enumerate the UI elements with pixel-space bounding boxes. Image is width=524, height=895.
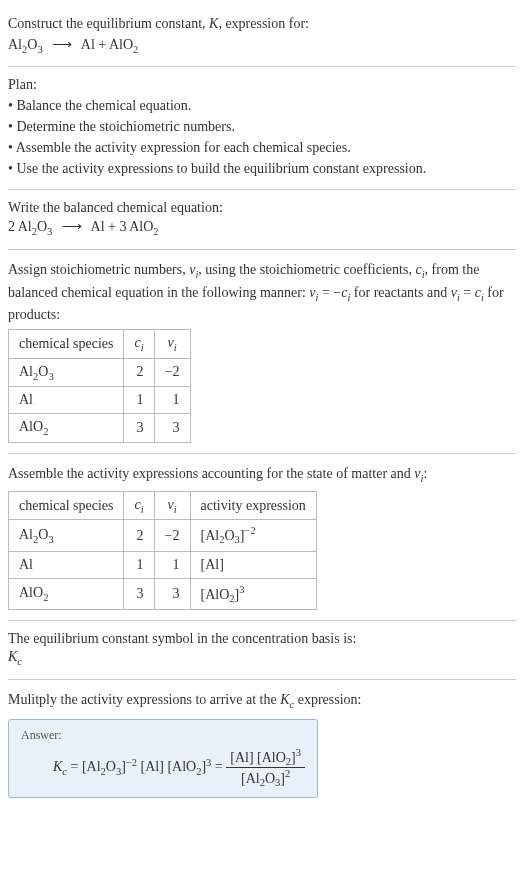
plan-section: Plan: • Balance the chemical equation. •…: [8, 71, 516, 185]
th-activity: activity expression: [190, 491, 316, 520]
th-species: chemical species: [9, 329, 124, 358]
activity-table: chemical species ci νi activity expressi…: [8, 491, 317, 611]
stoich-table: chemical species ci νi Al2O3 2 −2 Al 1 1…: [8, 329, 191, 443]
cell-species: AlO2: [9, 578, 124, 609]
eq-rhs: Al + AlO: [81, 37, 133, 52]
act-intro2: :: [423, 466, 427, 481]
plan-item: • Determine the stoichiometric numbers.: [8, 116, 516, 137]
cell-activity: [Al]: [190, 551, 316, 578]
mult-intro2: expression:: [294, 692, 361, 707]
table-row: AlO2 3 3: [9, 414, 191, 443]
prompt-line: Construct the equilibrium constant, K, e…: [8, 14, 516, 34]
bal-sub2: 3: [47, 226, 52, 237]
cell-species: Al: [9, 551, 124, 578]
ans-eq2: =: [211, 759, 226, 774]
rel-eq: = −: [318, 285, 341, 300]
plan-item: • Assemble the activity expression for e…: [8, 137, 516, 158]
plan-item: • Use the activity expressions to build …: [8, 158, 516, 179]
table-row: Al 1 1: [9, 387, 191, 414]
cell-c: 2: [124, 358, 154, 387]
stoich-intro2: , using the stoichiometric coefficients,: [198, 262, 415, 277]
ans-t2: [Al] [AlO: [137, 759, 196, 774]
denominator: [Al2O3]2: [226, 768, 305, 788]
cell-c: 3: [124, 414, 154, 443]
cell-c: 1: [124, 387, 154, 414]
th-nu: νi: [154, 329, 190, 358]
balanced-title: Write the balanced chemical equation:: [8, 200, 516, 216]
prompt-text: Construct the equilibrium constant,: [8, 16, 209, 31]
cell-c: 3: [124, 578, 154, 609]
k-var: K: [209, 16, 218, 31]
numerator: [Al] [AlO2]3: [226, 747, 305, 768]
kc-intro: The equilibrium constant symbol in the c…: [8, 631, 516, 647]
fraction: [Al] [AlO2]3[Al2O3]2: [226, 747, 305, 789]
cell-activity: [Al2O3]−2: [190, 520, 316, 551]
cell-activity: [AlO2]3: [190, 578, 316, 609]
multiply-section: Mulitply the activity expressions to arr…: [8, 684, 516, 803]
stoich-intro1: Assign stoichiometric numbers,: [8, 262, 189, 277]
bal-rhs-sub: 2: [153, 226, 158, 237]
cell-species: Al2O3: [9, 358, 124, 387]
arrow-icon: ⟶: [46, 37, 78, 52]
ans-t1-sup: −2: [126, 756, 137, 767]
mult-intro1: Mulitply the activity expressions to arr…: [8, 692, 280, 707]
eq-mid: O: [27, 37, 37, 52]
plan-title: Plan:: [8, 77, 516, 93]
ans-t1-mid: O: [106, 759, 116, 774]
th-c: ci: [124, 491, 154, 520]
stoich-intro4: for reactants and: [350, 285, 450, 300]
cell-species: AlO2: [9, 414, 124, 443]
divider: [8, 679, 516, 680]
activity-section: Assemble the activity expressions accoun…: [8, 458, 516, 616]
cell-c: 1: [124, 551, 154, 578]
bal-rhs: Al + 3 AlO: [91, 219, 154, 234]
divider: [8, 66, 516, 67]
cell-nu: −2: [154, 358, 190, 387]
table-row: Al2O3 2 −2 [Al2O3]−2: [9, 520, 317, 551]
stoich-section: Assign stoichiometric numbers, νi, using…: [8, 254, 516, 449]
eq-lhs: Al: [8, 37, 22, 52]
eq-rhs-sub: 2: [133, 43, 138, 54]
th-c: ci: [124, 329, 154, 358]
eq-sub2: 3: [37, 43, 42, 54]
ans-eq: =: [67, 759, 82, 774]
initial-equation: Al2O3 ⟶ Al + AlO2: [8, 36, 516, 55]
divider: [8, 189, 516, 190]
balanced-equation: 2 Al2O3 ⟶ Al + 3 AlO2: [8, 218, 516, 237]
kc-sub: c: [17, 656, 22, 667]
multiply-intro: Mulitply the activity expressions to arr…: [8, 690, 516, 712]
answer-box: Answer: Kc = [Al2O3]−2 [Al] [AlO2]3 = [A…: [8, 719, 318, 798]
cell-nu: 3: [154, 414, 190, 443]
divider: [8, 249, 516, 250]
rel2-eq: =: [460, 285, 475, 300]
table-header-row: chemical species ci νi: [9, 329, 191, 358]
cell-c: 2: [124, 520, 154, 551]
activity-intro: Assemble the activity expressions accoun…: [8, 464, 516, 486]
balanced-section: Write the balanced chemical equation: 2 …: [8, 194, 516, 245]
answer-label: Answer:: [21, 728, 305, 743]
plan-list: • Balance the chemical equation. • Deter…: [8, 95, 516, 179]
th-nu: νi: [154, 491, 190, 520]
th-species: chemical species: [9, 491, 124, 520]
cell-nu: 3: [154, 578, 190, 609]
cell-species: Al: [9, 387, 124, 414]
divider: [8, 620, 516, 621]
kc-formula: Kc = [Al2O3]−2 [Al] [AlO2]3 = [Al] [AlO2…: [21, 747, 305, 789]
table-row: Al 1 1 [Al]: [9, 551, 317, 578]
table-row: AlO2 3 3 [AlO2]3: [9, 578, 317, 609]
arrow-icon: ⟶: [56, 219, 88, 234]
bal-mid: O: [37, 219, 47, 234]
prompt-suffix: , expression for:: [218, 16, 309, 31]
header-section: Construct the equilibrium constant, K, e…: [8, 8, 516, 62]
stoich-intro: Assign stoichiometric numbers, νi, using…: [8, 260, 516, 325]
cell-nu: −2: [154, 520, 190, 551]
cell-nu: 1: [154, 387, 190, 414]
divider: [8, 453, 516, 454]
act-intro1: Assemble the activity expressions accoun…: [8, 466, 414, 481]
cell-nu: 1: [154, 551, 190, 578]
bal-lhs: 2 Al: [8, 219, 32, 234]
ans-t1: [Al: [82, 759, 101, 774]
ans-k: K: [53, 759, 62, 774]
mult-k: K: [280, 692, 289, 707]
kc-k: K: [8, 649, 17, 664]
